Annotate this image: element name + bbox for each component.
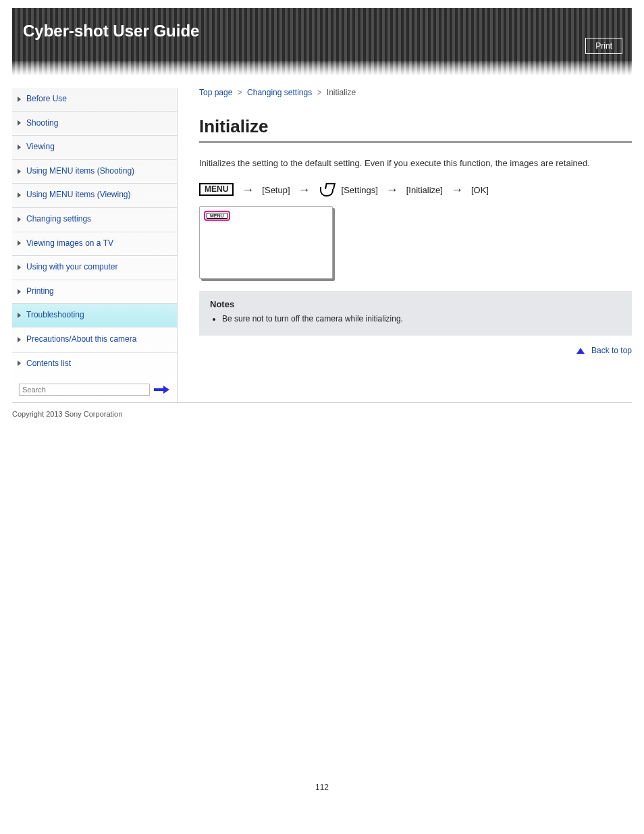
sidebar-item-label: Shooting (26, 118, 58, 129)
sidebar-item-label: Troubleshooting (26, 310, 84, 321)
sidebar-link[interactable]: Viewing images on a TV (12, 232, 177, 255)
path-initialize: [Initialize] (406, 185, 443, 195)
search-go-button[interactable] (154, 385, 170, 394)
breadcrumb-link[interactable]: Changing settings (247, 88, 312, 97)
caret-right-icon (18, 192, 21, 198)
search-input[interactable] (19, 384, 150, 396)
sidebar-item-label: Changing settings (26, 214, 91, 225)
sidebar-item-label: Viewing (26, 142, 55, 153)
notes-item: Be sure not to turn off the camera while… (222, 313, 621, 325)
footer: Copyright 2013 Sony Corporation (12, 410, 632, 418)
path-setup: [Setup] (262, 185, 290, 195)
menu-button-glyph: MENU (199, 183, 234, 196)
sidebar-item: Using MENU items (Viewing) (12, 183, 177, 207)
sidebar-item-label: Viewing images on a TV (26, 238, 113, 249)
sidebar-item-label: Using with your computer (26, 262, 117, 273)
sidebar: Before UseShootingViewingUsing MENU item… (12, 88, 178, 402)
breadcrumb: Top page > Changing settings > Initializ… (199, 88, 632, 97)
notes-heading: Notes (210, 299, 621, 309)
sidebar-item: Contents list (12, 352, 177, 376)
sidebar-link[interactable]: Using MENU items (Viewing) (12, 184, 177, 207)
sidebar-link[interactable]: Shooting (12, 112, 177, 135)
sidebar-item: Troubleshooting (12, 303, 177, 328)
caret-right-icon (18, 313, 21, 318)
footer-divider (12, 402, 632, 403)
arrow-right-icon: → (242, 184, 254, 196)
sidebar-item-label: Using MENU items (Viewing) (26, 190, 130, 201)
caret-right-icon (18, 97, 21, 102)
caret-right-icon (18, 240, 21, 246)
caret-right-icon (18, 337, 21, 342)
path-settings: [Settings] (342, 185, 378, 195)
caret-right-icon (18, 217, 21, 222)
sidebar-item: Before Use (12, 88, 177, 111)
sidebar-search (12, 375, 177, 402)
triangle-up-icon (576, 348, 585, 354)
header-title: Cyber-shot User Guide (23, 22, 199, 41)
breadcrumb-separator: > (235, 88, 244, 97)
breadcrumb-current: Initialize (327, 88, 356, 97)
sidebar-item: Precautions/About this camera (12, 328, 177, 352)
page-number-row: 112 (12, 425, 632, 792)
lead-paragraph: Initializes the setting to the default s… (199, 158, 632, 168)
sidebar-link[interactable]: Viewing (12, 136, 177, 159)
copyright: Copyright 2013 Sony Corporation (12, 410, 122, 418)
sidebar-link[interactable]: Changing settings (12, 208, 177, 231)
arrow-right-icon: → (386, 184, 398, 196)
print-button[interactable]: Print (585, 38, 622, 54)
menu-navigation-path: MENU → [Setup] → [Settings] → [Initializ… (199, 183, 632, 197)
caret-right-icon (18, 265, 21, 270)
breadcrumb-link[interactable]: Top page (199, 88, 232, 97)
caret-right-icon (18, 361, 21, 366)
caret-right-icon (18, 145, 21, 150)
page-title: Initialize (199, 116, 632, 137)
main-content: Top page > Changing settings > Initializ… (178, 88, 632, 402)
breadcrumb-separator: > (315, 88, 324, 97)
sidebar-item: Using MENU items (Shooting) (12, 159, 177, 184)
sidebar-link[interactable]: Using MENU items (Shooting) (12, 160, 177, 183)
page-number: 112 (12, 783, 632, 792)
sidebar-link[interactable]: Using with your computer (12, 256, 177, 279)
sidebar-item-label: Using MENU items (Shooting) (26, 166, 134, 177)
sidebar-item: Printing (12, 280, 177, 304)
sidebar-link[interactable]: Troubleshooting (12, 304, 177, 327)
sidebar-item-label: Before Use (26, 94, 67, 105)
sidebar-item: Using with your computer (12, 255, 177, 280)
header-banner: Cyber-shot User Guide Print (12, 8, 632, 61)
settings-icon (319, 182, 333, 197)
sidebar-link[interactable]: Contents list (12, 353, 177, 375)
caret-right-icon (18, 120, 21, 126)
sidebar-item-label: Contents list (26, 359, 71, 369)
title-divider (199, 141, 632, 143)
path-ok: [OK] (471, 185, 489, 195)
sidebar-link[interactable]: Printing (12, 280, 177, 303)
back-to-top-link[interactable]: Back to top (591, 346, 632, 355)
sidebar-item: Changing settings (12, 207, 177, 232)
caret-right-icon (18, 169, 21, 174)
arrow-right-icon: → (298, 184, 311, 196)
sidebar-link[interactable]: Precautions/About this camera (12, 328, 177, 351)
menu-hotspot-highlight: MENU (204, 211, 230, 221)
sidebar-link[interactable]: Before Use (12, 88, 177, 111)
sidebar-item-label: Printing (26, 286, 54, 297)
caret-right-icon (18, 289, 21, 294)
sidebar-item-label: Precautions/About this camera (26, 334, 136, 345)
sidebar-item: Shooting (12, 111, 177, 136)
notes-box: Notes Be sure not to turn off the camera… (199, 291, 632, 336)
arrow-right-icon: → (451, 184, 463, 196)
menu-label-small: MENU (207, 213, 227, 219)
camera-back-illustration: MENU (199, 206, 333, 279)
sidebar-item: Viewing images on a TV (12, 232, 177, 256)
sidebar-item: Viewing (12, 135, 177, 159)
back-to-top: Back to top (199, 345, 632, 355)
